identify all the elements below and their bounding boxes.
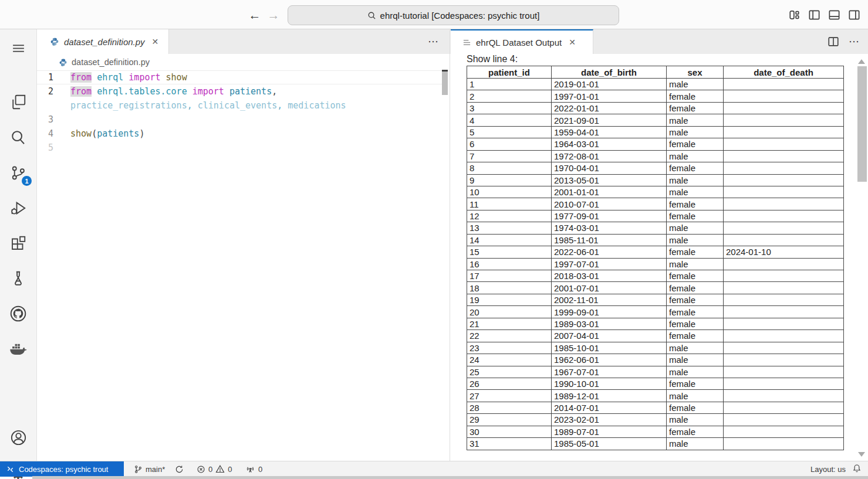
tab-ehrql-dataset-output[interactable]: ehrQL Dataset Output ✕ [451, 29, 593, 54]
table-cell [724, 438, 844, 450]
scm-badge: 1 [22, 176, 32, 186]
docker-icon[interactable] [0, 335, 36, 363]
tab-close-icon[interactable]: ✕ [566, 38, 578, 47]
code-editor[interactable]: 1from ehrql import show2from ehrql.table… [37, 70, 442, 461]
table-cell: 24 [467, 354, 552, 366]
table-body: 12019-01-01male21997-01-01female32022-01… [467, 79, 844, 450]
toggle-sidebar-icon[interactable] [808, 8, 821, 22]
table-row: 92013-05-01male [467, 174, 844, 186]
column-header: patient_id [467, 66, 552, 79]
customize-layout-icon[interactable] [788, 8, 801, 22]
table-cell: 2001-07-01 [552, 282, 667, 294]
table-cell [724, 126, 844, 138]
remote-indicator[interactable]: Codespaces: psychic trout [0, 461, 124, 477]
table-cell [724, 258, 844, 270]
ports-count: 0 [258, 465, 262, 474]
sync-changes-item[interactable] [175, 461, 184, 477]
table-cell: 23 [467, 342, 552, 354]
tab-close-icon[interactable]: ✕ [150, 37, 161, 46]
command-center-search[interactable]: ehrql-tutorial [Codespaces: psychic trou… [288, 5, 619, 25]
table-row: 172018-03-01female [467, 270, 844, 282]
panel-scrollbar-thumb[interactable] [857, 66, 867, 182]
table-cell: 9 [467, 174, 552, 186]
background-window-strip: NEW TERMINAL SETTINGS >< SETTINGS [32, 476, 868, 479]
table-cell: 6 [467, 138, 552, 150]
run-debug-icon[interactable] [0, 194, 36, 222]
table-cell [724, 378, 844, 389]
tab-dataset-definition[interactable]: dataset_definition.py ✕ [37, 29, 169, 54]
table-cell: 2010-07-01 [552, 198, 667, 210]
table-cell: male [667, 222, 724, 234]
table-cell [724, 90, 844, 102]
table-cell: 4 [467, 114, 552, 126]
github-icon[interactable] [0, 300, 36, 328]
table-row: 282014-07-01female [467, 402, 844, 413]
table-cell: 2019-01-01 [552, 79, 667, 90]
forward-button[interactable]: → [266, 8, 281, 23]
table-row: 192002-11-01female [467, 294, 844, 305]
keyboard-layout-item[interactable]: Layout: us [810, 461, 846, 477]
breadcrumb[interactable]: dataset_definition.py [37, 54, 450, 70]
table-cell [724, 138, 844, 150]
table-cell: male [667, 186, 724, 198]
notifications-bell-icon[interactable] [852, 463, 862, 474]
table-row: 231985-10-01male [467, 342, 844, 354]
table-cell: male [667, 234, 724, 246]
code-line: 3 [37, 113, 442, 127]
table-row: 271989-12-01male [467, 390, 844, 402]
table-cell: 29 [467, 414, 552, 426]
python-file-icon [50, 37, 59, 46]
table-cell: 10 [467, 186, 552, 198]
table-cell [724, 174, 844, 186]
scroll-up-arrow-icon[interactable] [858, 59, 865, 64]
errors-icon [197, 465, 205, 474]
table-cell: female [667, 90, 724, 102]
problems-item[interactable]: 0 0 [197, 461, 232, 477]
table-cell: female [667, 210, 724, 222]
table-cell: 20 [467, 306, 552, 318]
table-cell: female [667, 378, 724, 389]
branch-item[interactable]: main* [134, 461, 165, 477]
table-cell: 5 [467, 126, 552, 138]
column-header: sex [667, 66, 724, 79]
menu-icon[interactable] [0, 34, 36, 62]
warnings-icon [215, 464, 225, 474]
ports-item[interactable]: 0 [245, 461, 262, 477]
code-line: 2from ehrql.tables.core import patients, [37, 84, 442, 98]
explorer-icon[interactable] [0, 88, 36, 116]
table-cell: 1970-04-01 [552, 162, 667, 174]
code-line: 1from ehrql import show [37, 70, 442, 84]
table-row: 81970-04-01female [467, 162, 844, 174]
table-row: 251967-07-01male [467, 366, 844, 378]
toggle-secondary-sidebar-icon[interactable] [847, 8, 861, 22]
table-cell: male [667, 414, 724, 426]
table-cell: male [667, 150, 724, 162]
table-cell: male [667, 114, 724, 126]
layout-label: Layout: us [810, 465, 846, 474]
split-editor-icon[interactable] [828, 36, 839, 47]
table-cell [724, 186, 844, 198]
table-cell: 2001-01-01 [552, 186, 667, 198]
table-cell: 27 [467, 390, 552, 402]
testing-flask-icon[interactable] [0, 264, 36, 293]
table-row: 161997-07-01male [467, 258, 844, 270]
table-cell: 16 [467, 258, 552, 270]
table-cell: male [667, 258, 724, 270]
table-row: 201999-09-01female [467, 306, 844, 318]
account-icon[interactable] [0, 423, 36, 451]
editor-more-actions[interactable]: ⋯ [428, 29, 439, 54]
scroll-down-arrow-icon[interactable] [858, 452, 865, 457]
toggle-panel-icon[interactable] [828, 8, 841, 22]
output-more-actions[interactable]: ⋯ [849, 35, 860, 48]
table-cell: male [667, 342, 724, 354]
source-control-icon[interactable]: 1 [0, 159, 36, 187]
table-cell: male [667, 126, 724, 138]
table-cell: female [667, 246, 724, 258]
editor-scrollbar-thumb[interactable] [442, 72, 448, 95]
table-cell: male [667, 174, 724, 186]
table-cell [724, 210, 844, 222]
search-sidebar-icon[interactable] [0, 123, 36, 151]
table-cell: female [667, 198, 724, 210]
extensions-icon[interactable] [0, 229, 36, 257]
back-button[interactable]: ← [247, 8, 262, 23]
